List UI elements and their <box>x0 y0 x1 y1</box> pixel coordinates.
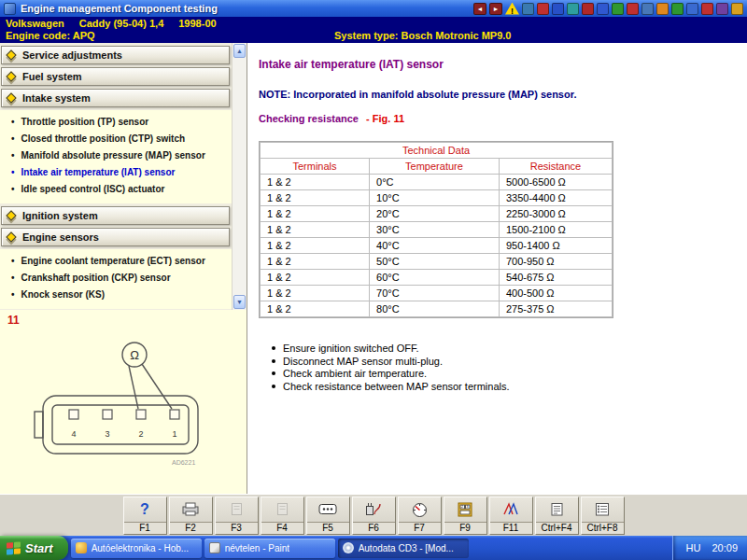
sidebar-item-idle-speed-control-isc-actuator[interactable]: •Idle speed control (ISC) actuator <box>0 181 232 198</box>
pin-label-2: 2 <box>138 429 143 439</box>
warning-icon[interactable] <box>505 3 519 15</box>
table-cell: 70°C <box>370 286 500 301</box>
app-icon-3[interactable] <box>552 3 564 15</box>
fn-button-f5[interactable]: F5 <box>306 497 350 535</box>
app-icon-12[interactable] <box>686 3 698 15</box>
diamond-icon <box>6 210 16 220</box>
sidebar-item-intake-air-temperature-iat-sensor[interactable]: •Intake air temperature (IAT) sensor <box>0 164 232 181</box>
diamond-icon <box>6 231 16 242</box>
fn-button-f6[interactable]: F6 <box>352 497 396 535</box>
wiring-icon <box>490 497 532 522</box>
item-label: Engine coolant temperature (ECT) sensor <box>21 256 205 266</box>
figure-reference[interactable]: - Fig. 11 <box>366 113 404 124</box>
pin-label-3: 3 <box>105 429 109 439</box>
app-icon-6[interactable] <box>597 3 609 15</box>
table-cell: 1500-2100 Ω <box>499 222 612 238</box>
taskbar-item-n-vtelen-paint[interactable]: névtelen - Paint <box>204 539 335 558</box>
language-indicator[interactable]: HU <box>686 542 701 553</box>
vehicle-brand: Volkswagen <box>6 18 64 29</box>
table-cell: 950-1400 Ω <box>499 238 612 254</box>
sidebar-section-engine-sensors[interactable]: Engine sensors <box>1 228 230 246</box>
taskbar-items: Autóelektronika - Hob...névtelen - Paint… <box>68 536 469 560</box>
fn-button-ctrl-f8[interactable]: Ctrl+F8 <box>581 497 625 535</box>
app-icon-1[interactable] <box>522 3 534 15</box>
sidebar-item-manifold-absolute-pressure-map-sensor[interactable]: •Manifold absolute pressure (MAP) sensor <box>0 147 232 164</box>
scroll-down-icon[interactable]: ▼ <box>233 295 246 309</box>
sidebar-scrollbar[interactable]: ▲ ▼ <box>232 43 247 310</box>
sidebar: Service adjustmentsFuel systemIntake sys… <box>0 43 247 310</box>
table-cell: 60°C <box>370 270 500 286</box>
instruction-item: Check resistance between MAP sensor term… <box>272 381 747 393</box>
titlebar: Engine management Component testing ◄► <box>0 0 747 17</box>
sidebar-item-knock-sensor-ks[interactable]: •Knock sensor (KS) <box>0 287 232 303</box>
fn-button-f2[interactable]: F2 <box>169 497 213 535</box>
app-icon-5[interactable] <box>582 3 594 15</box>
app-icon-2[interactable] <box>537 3 549 15</box>
table-cell: 3350-4400 Ω <box>499 190 612 206</box>
table-cell: 1 & 2 <box>261 222 370 238</box>
fn-button-f11[interactable]: F11 <box>489 497 533 535</box>
technical-data-table-wrap: Technical Data TerminalsTemperatureResis… <box>259 141 613 318</box>
nav-back-icon[interactable]: ◄ <box>473 3 486 15</box>
fn-label: F6 <box>353 522 395 534</box>
instruction-item: Ensure ignition switched OFF. <box>272 343 747 355</box>
app-icon-14[interactable] <box>716 3 728 15</box>
start-label: Start <box>25 541 53 555</box>
figure-panel: 11 Ω 4 3 2 1 AD6221 <box>0 310 247 494</box>
table-title-row: Technical Data <box>261 143 613 159</box>
table-cell: 30°C <box>370 222 500 238</box>
fn-button-f9[interactable]: 23F9 <box>444 497 487 535</box>
fn-label: F3 <box>216 522 258 534</box>
fn-button-f3[interactable]: F3 <box>215 497 259 535</box>
fn-label: F1 <box>124 522 166 534</box>
app-icon-13[interactable] <box>701 3 713 15</box>
item-label: Idle speed control (ISC) actuator <box>21 184 165 194</box>
nav-forward-icon[interactable]: ► <box>489 3 502 15</box>
content-panel: Intake air temperature (IAT) sensor NOTE… <box>247 43 747 494</box>
taskbar-item-aut-elektronika-hob[interactable]: Autóelektronika - Hob... <box>71 539 202 558</box>
app-icon-4[interactable] <box>567 3 579 15</box>
instruction-list: Ensure ignition switched OFF.Disconnect … <box>272 343 747 393</box>
sidebar-section-intake-system[interactable]: Intake system <box>1 89 230 107</box>
bullet-icon <box>272 346 275 350</box>
table-row: 1 & 240°C950-1400 Ω <box>261 238 613 254</box>
taskbar: Start Autóelektronika - Hob...névtelen -… <box>0 536 747 560</box>
fn-button-f4[interactable]: F4 <box>261 497 304 535</box>
cd-icon <box>343 542 354 553</box>
table-row: 1 & 280°C275-375 Ω <box>261 301 613 317</box>
fn-button-f7[interactable]: F7 <box>398 497 442 535</box>
instruction-text: Disconnect MAP sensor multi-plug. <box>283 356 443 368</box>
clock[interactable]: 20:09 <box>712 542 738 553</box>
titlebar-icon-strip: ◄► <box>473 3 743 15</box>
table-cell: 275-375 Ω <box>499 301 612 317</box>
check-line: Checking resistance - Fig. 11 <box>259 113 747 124</box>
sidebar-section-fuel-system[interactable]: Fuel system <box>1 67 230 86</box>
app-icon-11[interactable] <box>671 3 684 15</box>
system-type: System type: Bosch Motronic MP9.0 <box>334 30 512 41</box>
sidebar-item-crankshaft-position-ckp-sensor[interactable]: •Crankshaft position (CKP) sensor <box>0 270 232 287</box>
app-icon-9[interactable] <box>641 3 654 15</box>
app-icon-8[interactable] <box>627 3 639 15</box>
scroll-up-icon[interactable]: ▲ <box>233 44 246 58</box>
table-title: Technical Data <box>261 143 613 159</box>
sidebar-item-throttle-position-tp-sensor[interactable]: •Throttle position (TP) sensor <box>0 114 232 131</box>
instruction-item: Disconnect MAP sensor multi-plug. <box>272 356 747 368</box>
sidebar-item-closed-throttle-position-ctp-switch[interactable]: •Closed throttle position (CTP) switch <box>0 131 232 147</box>
app-icon-15[interactable] <box>731 3 743 15</box>
taskbar-item-autodata-cd3-mod[interactable]: Autodata CD3 - [Mod... <box>338 539 469 558</box>
fn-button-ctrl-f4[interactable]: Ctrl+F4 <box>535 497 579 535</box>
help-icon: ? <box>124 497 166 522</box>
meter-icon <box>399 497 441 522</box>
table-cell: 80°C <box>370 301 500 317</box>
app-icon-7[interactable] <box>612 3 624 15</box>
sidebar-item-engine-coolant-temperature-ect-sensor[interactable]: •Engine coolant temperature (ECT) sensor <box>0 253 232 270</box>
start-button[interactable]: Start <box>0 536 68 560</box>
column-header: Temperature <box>370 159 500 175</box>
sidebar-section-service-adjustments[interactable]: Service adjustments <box>1 46 230 64</box>
diamond-icon <box>6 49 16 60</box>
diamond-icon <box>6 71 16 81</box>
sidebar-section-ignition-system[interactable]: Ignition system <box>1 206 230 225</box>
app-icon-10[interactable] <box>656 3 669 15</box>
fn-button-f1[interactable]: ?F1 <box>123 497 167 535</box>
fn-label: F9 <box>444 522 486 534</box>
